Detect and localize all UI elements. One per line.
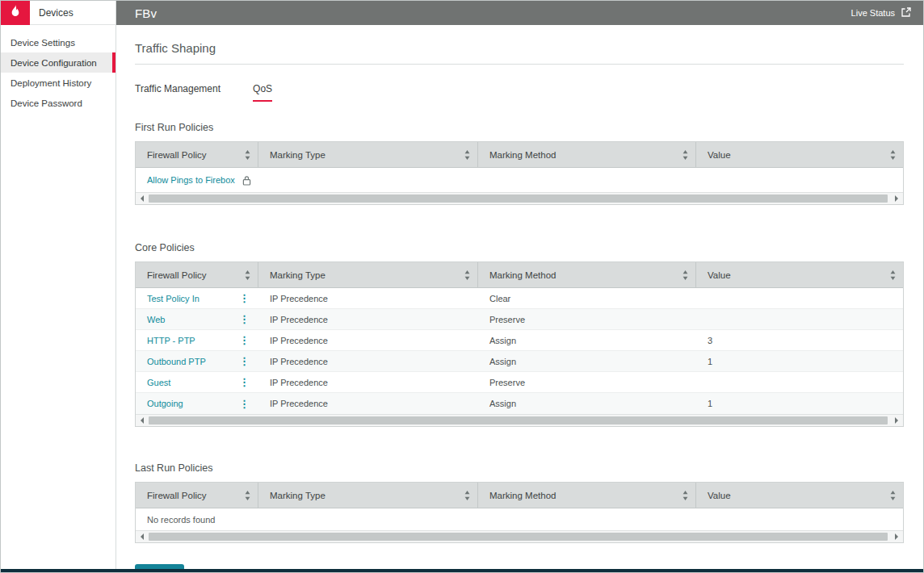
sidebar-item-device-settings[interactable]: Device Settings (1, 32, 116, 52)
kebab-menu-icon[interactable]: ⋮ (237, 377, 251, 387)
sort-arrows-icon[interactable] (245, 150, 250, 160)
last-run-policies-table: Firewall PolicyMarking TypeMarking Metho… (135, 482, 904, 543)
kebab-menu-icon[interactable]: ⋮ (237, 335, 251, 345)
sidebar-item-device-password[interactable]: Device Password (1, 93, 116, 113)
scroll-right-arrow[interactable] (891, 415, 903, 426)
table-header-row: Firewall PolicyMarking TypeMarking Metho… (136, 142, 903, 168)
policy-link[interactable]: Outbound PTP (147, 357, 206, 366)
horizontal-scrollbar[interactable] (136, 192, 903, 204)
value-cell: 1 (696, 351, 903, 371)
table-row: Test Policy In⋮IP PrecedenceClear (136, 288, 903, 309)
sidebar-header: Devices (1, 1, 116, 25)
policy-link[interactable]: Guest (147, 378, 170, 387)
column-header-value[interactable]: Value (696, 483, 903, 508)
marking-type-cell: IP Precedence (258, 351, 478, 371)
live-status-label: Live Status (851, 8, 895, 18)
kebab-menu-icon[interactable]: ⋮ (237, 314, 251, 324)
sort-arrows-icon[interactable] (245, 270, 250, 280)
firewall-policy-cell: Allow Pings to Firebox (136, 168, 258, 192)
tab-qos[interactable]: QoS (253, 83, 272, 102)
column-header-value[interactable]: Value (696, 262, 903, 287)
value-cell (696, 372, 903, 392)
column-label: Firewall Policy (147, 150, 207, 160)
firewall-policy-cell: Test Policy In⋮ (136, 288, 258, 308)
table-row: Guest⋮IP PrecedencePreserve (136, 372, 903, 393)
table-header-row: Firewall PolicyMarking TypeMarking Metho… (136, 262, 903, 288)
column-label: Marking Type (270, 270, 326, 280)
sort-arrows-icon[interactable] (682, 150, 688, 160)
policy-link[interactable]: Outgoing (147, 399, 183, 408)
column-label: Value (708, 150, 731, 160)
sort-arrows-icon[interactable] (682, 270, 688, 280)
column-label: Marking Method (489, 491, 556, 500)
scroll-right-arrow[interactable] (891, 531, 903, 542)
sidebar-item-device-configuration[interactable]: Device Configuration (1, 52, 116, 73)
sort-arrows-icon[interactable] (464, 491, 470, 500)
marking-method-cell (478, 168, 696, 192)
scroll-right-arrow[interactable] (891, 193, 903, 204)
column-header-marking-type[interactable]: Marking Type (258, 483, 478, 508)
scrollbar-thumb[interactable] (149, 194, 888, 203)
column-header-marking-method[interactable]: Marking Method (478, 142, 696, 167)
sort-arrows-icon[interactable] (890, 150, 896, 160)
value-cell (696, 288, 903, 308)
column-header-marking-method[interactable]: Marking Method (478, 262, 696, 287)
column-header-firewall-policy[interactable]: Firewall Policy (136, 142, 258, 167)
live-status-link[interactable]: Live Status (851, 6, 912, 19)
scroll-left-arrow[interactable] (136, 531, 148, 542)
marking-type-cell: IP Precedence (258, 330, 478, 350)
scroll-left-arrow[interactable] (136, 193, 148, 204)
scrollbar-thumb[interactable] (149, 533, 888, 541)
sort-arrows-icon[interactable] (682, 491, 688, 500)
tab-traffic-management[interactable]: Traffic Management (135, 83, 220, 102)
column-label: Marking Method (489, 150, 556, 160)
policy-link[interactable]: Web (147, 315, 165, 324)
firewall-policy-cell: Outbound PTP⋮ (136, 351, 258, 371)
policy-link[interactable]: HTTP - PTP (147, 336, 195, 345)
column-header-firewall-policy[interactable]: Firewall Policy (136, 262, 258, 287)
column-header-marking-method[interactable]: Marking Method (478, 483, 696, 508)
policy-link[interactable]: Allow Pings to Firebox (147, 175, 235, 185)
kebab-menu-icon[interactable]: ⋮ (237, 356, 251, 366)
scroll-left-arrow[interactable] (136, 415, 148, 426)
sort-arrows-icon[interactable] (890, 270, 896, 280)
column-header-marking-type[interactable]: Marking Type (258, 142, 478, 167)
empty-table-message: No records found (136, 508, 903, 530)
sort-arrows-icon[interactable] (890, 491, 896, 500)
column-label: Marking Method (489, 270, 556, 280)
column-label: Marking Type (270, 491, 326, 500)
sort-arrows-icon[interactable] (464, 150, 470, 160)
value-cell: 3 (696, 330, 903, 350)
table-row: HTTP - PTP⋮IP PrecedenceAssign3 (136, 330, 903, 351)
policy-link[interactable]: Test Policy In (147, 294, 200, 303)
kebab-menu-icon[interactable]: ⋮ (237, 293, 251, 303)
marking-type-cell: IP Precedence (258, 372, 478, 392)
horizontal-scrollbar[interactable] (136, 530, 903, 542)
marking-type-cell (258, 168, 478, 192)
tab-bar: Traffic Management QoS (135, 83, 904, 102)
table-row: Outbound PTP⋮IP PrecedenceAssign1 (136, 351, 903, 372)
sort-arrows-icon[interactable] (464, 270, 470, 280)
sidebar-item-deployment-history[interactable]: Deployment History (1, 73, 116, 93)
column-label: Value (708, 270, 731, 280)
watchguard-logo[interactable] (1, 1, 30, 25)
marking-method-cell: Assign (478, 393, 696, 414)
firewall-policy-cell: HTTP - PTP⋮ (136, 330, 258, 350)
core-policies-section: Core Policies Firewall PolicyMarking Typ… (135, 242, 904, 427)
kebab-menu-icon[interactable]: ⋮ (237, 399, 251, 409)
window-bottom-edge (1, 569, 923, 572)
topbar: FBv Live Status (116, 1, 923, 25)
column-header-value[interactable]: Value (696, 142, 903, 167)
marking-type-cell: IP Precedence (258, 309, 478, 329)
sort-arrows-icon[interactable] (245, 491, 250, 500)
column-header-marking-type[interactable]: Marking Type (258, 262, 478, 287)
external-link-icon (901, 6, 912, 19)
scrollbar-thumb[interactable] (149, 416, 888, 425)
table-row: Web⋮IP PrecedencePreserve (136, 309, 903, 330)
value-cell (696, 309, 903, 329)
column-header-firewall-policy[interactable]: Firewall Policy (136, 483, 258, 508)
horizontal-scrollbar[interactable] (136, 414, 903, 426)
first-run-policies-table: Firewall PolicyMarking TypeMarking Metho… (135, 141, 904, 205)
table-body: Allow Pings to Firebox (136, 168, 903, 192)
column-label: Value (708, 491, 731, 500)
